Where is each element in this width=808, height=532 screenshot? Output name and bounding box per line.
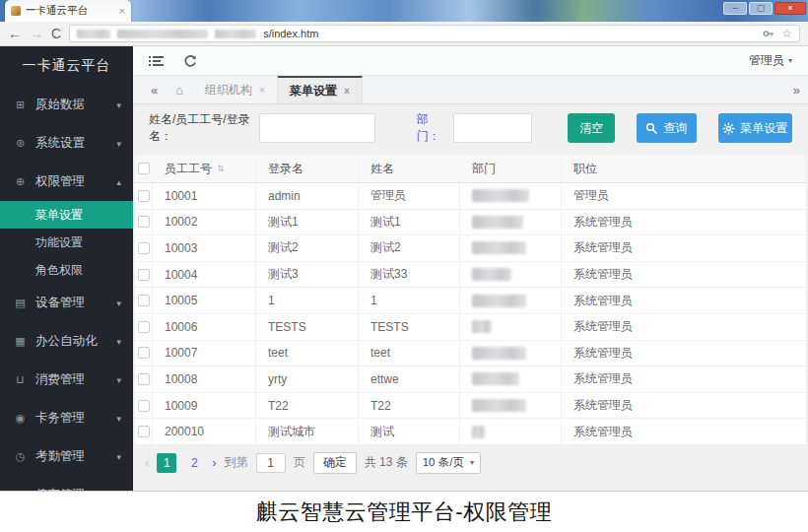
name-filter-input[interactable] — [259, 113, 375, 143]
bookmark-star-icon[interactable]: ☆ — [781, 27, 792, 40]
cell-employee-id: 10008 — [153, 366, 256, 392]
url-bar[interactable]: s/index.htm ☆ — [69, 25, 800, 42]
url-redaction — [77, 30, 110, 38]
sidebar-item-permissions[interactable]: ⊕ 权限管理 ▴ — [0, 163, 133, 201]
cell-name: 测试1 — [359, 210, 460, 235]
tab-close-icon[interactable]: × — [259, 85, 265, 96]
col-header-position: 职位 — [562, 155, 806, 182]
cell-name: 测试 — [359, 419, 460, 444]
sidebar-item-office-automation[interactable]: ▦ 办公自动化 ▾ — [0, 322, 133, 361]
total-count-label: 共 13 条 — [365, 454, 408, 471]
cell-employee-id: 10006 — [153, 314, 256, 340]
sidebar-item-system-settings[interactable]: ⊛ 系统设置 ▾ — [0, 124, 133, 163]
row-checkbox[interactable] — [138, 216, 150, 228]
sidebar-item-attendance[interactable]: ◷ 考勤管理 ▾ — [0, 437, 133, 476]
col-header-employee-id[interactable]: 员工工号 ⇅ — [153, 155, 256, 182]
row-checkbox[interactable] — [138, 426, 150, 437]
sidebar-subitem-menu-settings[interactable]: 菜单设置 — [0, 201, 133, 229]
tab-organization[interactable]: 组织机构 × — [193, 76, 278, 103]
sidebar-item-label: 设备管理 — [35, 295, 107, 311]
row-checkbox[interactable] — [138, 347, 150, 359]
table-row[interactable]: 10008 yrty ettwe 系统管理员 — [135, 366, 806, 393]
table-row[interactable]: 200010 测试城市 测试 系统管理员 — [135, 419, 806, 445]
row-checkbox[interactable] — [138, 321, 150, 333]
goto-page-input[interactable] — [256, 453, 286, 473]
cell-name: TESTS — [359, 314, 460, 340]
cart-icon: ⊔ — [14, 373, 27, 386]
sidebar-item-consumption[interactable]: ⊔ 消费管理 ▾ — [0, 361, 133, 399]
cell-login: 测试2 — [256, 235, 359, 261]
browser-titlebar: 一卡通云平台 × – ▢ × — [0, 0, 808, 22]
page-size-select[interactable]: 10 条/页 ▾ — [416, 452, 481, 474]
page-2-button[interactable]: 2 — [184, 453, 204, 473]
table-row[interactable]: 10001 admin 管理员 管理员 — [135, 183, 806, 210]
browser-tab-title: 一卡通云平台 — [26, 4, 114, 18]
tabs-scroll-left-icon[interactable]: « — [143, 83, 166, 98]
table-row[interactable]: 10004 测试3 测试33 系统管理员 — [135, 262, 806, 289]
tab-close-icon[interactable]: × — [119, 5, 125, 17]
sidebar-item-label: 原始数据 — [35, 97, 107, 113]
close-button[interactable]: × — [774, 2, 806, 15]
row-checkbox[interactable] — [138, 269, 150, 281]
gear-icon: ⊛ — [14, 137, 27, 150]
sidebar-item-label: 考勤管理 — [35, 448, 107, 465]
url-redaction — [215, 30, 256, 38]
browser-tab[interactable]: 一卡通云平台 × — [5, 0, 131, 22]
chevron-down-icon: ▾ — [788, 56, 792, 65]
page-next-icon[interactable]: › — [212, 455, 216, 470]
chevron-down-icon: ▾ — [116, 337, 121, 347]
browser-window: 一卡通云平台 × – ▢ × ← → C s/index.htm — [0, 0, 808, 492]
query-button[interactable]: 查询 — [637, 113, 697, 143]
home-icon[interactable]: ⌂ — [166, 83, 193, 98]
sort-icon[interactable]: ⇅ — [217, 164, 225, 173]
tabs-scroll-right-icon[interactable]: » — [785, 83, 808, 98]
forward-icon: → — [30, 27, 43, 40]
user-menu[interactable]: 管理员 ▾ — [749, 52, 792, 69]
page-size-value: 10 条/页 — [423, 455, 464, 470]
tab-label: 组织机构 — [205, 82, 252, 99]
clear-button[interactable]: 清空 — [568, 113, 615, 143]
sidebar-item-card-services[interactable]: ◉ 卡务管理 ▾ — [0, 399, 133, 437]
sidebar-item-devices[interactable]: ▤ 设备管理 ▾ — [0, 284, 133, 322]
table-row[interactable]: 10006 TESTS TESTS 系统管理员 — [135, 314, 806, 341]
reload-icon[interactable]: C — [51, 27, 61, 40]
table-row[interactable]: 10007 teet teet 系统管理员 — [135, 341, 806, 367]
chevron-down-icon: ▾ — [116, 452, 121, 462]
tab-close-icon[interactable]: × — [344, 86, 350, 97]
sidebar-item-raw-data[interactable]: ⊞ 原始数据 ▾ — [0, 86, 133, 124]
table-row[interactable]: 10005 1 1 系统管理员 — [135, 288, 806, 314]
maximize-button[interactable]: ▢ — [749, 2, 773, 15]
card-icon: ◉ — [14, 412, 27, 425]
sidebar-subitem-role-permissions[interactable]: 角色权限 — [0, 256, 133, 284]
row-checkbox[interactable] — [138, 373, 150, 385]
cell-position: 系统管理员 — [562, 210, 806, 235]
select-all-checkbox[interactable] — [138, 163, 150, 174]
cell-name: ettwe — [359, 366, 460, 392]
table-row[interactable]: 10002 测试1 测试1 系统管理员 — [135, 210, 806, 236]
goto-confirm-button[interactable]: 确定 — [313, 452, 357, 474]
minimize-button[interactable]: – — [723, 2, 747, 15]
query-button-label: 查询 — [663, 120, 687, 137]
content-topbar: 管理员 ▾ — [133, 46, 808, 76]
row-checkbox[interactable] — [138, 400, 150, 412]
page: 一卡通云平台 × – ▢ × ← → C s/index.htm — [0, 0, 808, 532]
menu-setting-button[interactable]: 菜单设置 — [718, 113, 792, 143]
back-icon[interactable]: ← — [8, 27, 22, 40]
tab-menu-settings[interactable]: 菜单设置 × — [278, 76, 363, 103]
row-checkbox[interactable] — [138, 190, 150, 202]
dept-filter-label: 部门： — [417, 111, 446, 145]
dept-redaction — [472, 189, 529, 202]
refresh-icon[interactable] — [183, 54, 197, 68]
sidebar-subitem-function-settings[interactable]: 功能设置 — [0, 229, 133, 256]
dept-filter-input[interactable] — [453, 113, 532, 143]
collapse-menu-icon[interactable] — [149, 55, 164, 67]
table-row[interactable]: 10003 测试2 测试2 系统管理员 — [135, 235, 806, 262]
cell-login: teet — [256, 341, 359, 366]
col-header-name: 姓名 — [359, 155, 460, 182]
row-checkbox[interactable] — [138, 295, 150, 306]
chevron-up-icon: ▴ — [116, 177, 121, 187]
sidebar-item-parking[interactable]: ◫ 停车管理 ▾ — [0, 476, 133, 492]
row-checkbox[interactable] — [138, 242, 150, 254]
table-row[interactable]: 10009 T22 T22 系统管理员 — [135, 393, 806, 420]
page-1-button[interactable]: 1 — [157, 453, 176, 473]
